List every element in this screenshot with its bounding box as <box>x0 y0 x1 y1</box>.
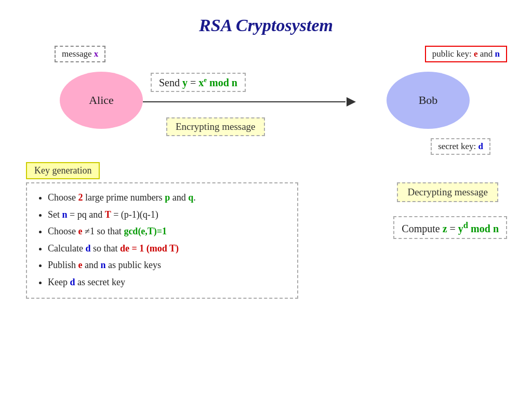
pubkey-label: public key: <box>432 49 472 59</box>
bob-label: Bob <box>419 94 438 107</box>
encrypting-label: Encrypting message <box>176 121 256 132</box>
encrypting-message-box: Encrypting message <box>166 117 265 136</box>
bullet-box: Choose 2 large prime numbers p and q. Se… <box>26 182 298 299</box>
bullet-3: Choose e ≠1 so that gcd(e,T)=1 <box>48 223 287 240</box>
secretkey-box: secret key: d <box>431 138 490 155</box>
decrypting-message-box: Decrypting message <box>397 182 498 202</box>
bullet-5: Publish e and n as public keys <box>48 257 287 273</box>
send-formula-box: Send y = xe mod n <box>151 73 246 92</box>
decrypting-label: Decrypting message <box>407 187 488 197</box>
keygen-label-text: Key generation <box>34 165 91 176</box>
page: RSA Cryptosystem message x public key: e… <box>0 0 532 399</box>
page-title: RSA Cryptosystem <box>10 10 522 35</box>
alice-label: Alice <box>89 94 114 107</box>
compute-box: Compute z = yd mod n <box>393 216 507 239</box>
compute-prefix: Compute <box>402 223 440 234</box>
pubkey-and: and <box>480 49 493 59</box>
message-box: message x <box>55 46 105 62</box>
bullet-1: Choose 2 large prime numbers p and q. <box>48 190 287 206</box>
bottom-content: Choose 2 large prime numbers p and q. Se… <box>10 182 522 299</box>
bullet-4: Calculate d so that de = 1 (mod T) <box>48 241 287 257</box>
bullet-list: Choose 2 large prime numbers p and q. Se… <box>43 190 287 290</box>
send-mod: mod n <box>209 77 237 88</box>
message-x: x <box>94 49 99 59</box>
send-prefix: Send <box>159 77 180 88</box>
secretkey-label: secret key: <box>438 141 476 151</box>
arrow-line <box>143 101 345 102</box>
bob-node: Bob <box>387 72 470 129</box>
secretkey-d: d <box>478 141 483 151</box>
lower-section: Key generation Choose 2 large prime numb… <box>10 162 522 299</box>
bullet-6: Keep d as secret key <box>48 274 287 290</box>
diagram-section: message x public key: e and n Alice Send… <box>10 41 522 160</box>
pubkey-n: n <box>495 49 500 59</box>
bullet-2: Set n = pq and T = (p-1)(q-1) <box>48 207 287 223</box>
alice-to-bob-arrow <box>143 97 356 107</box>
arrow-head <box>347 97 356 107</box>
compute-mod: mod n <box>471 223 499 234</box>
keygen-label: Key generation <box>26 162 100 179</box>
pubkey-e: e <box>474 49 478 59</box>
message-label-text: message <box>62 49 92 59</box>
alice-node: Alice <box>60 72 143 129</box>
pubkey-box: public key: e and n <box>425 46 507 62</box>
